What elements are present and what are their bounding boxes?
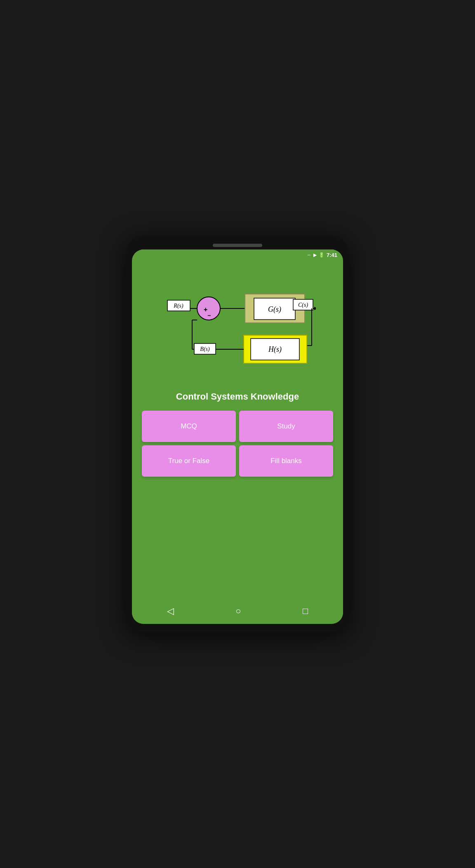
phone-frame: ↔ ▶ 🔋 7:41 R(s) + xyxy=(126,236,349,632)
battery-icon: 🔋 xyxy=(319,252,325,258)
true-or-false-button[interactable]: True or False xyxy=(142,445,236,477)
status-time: 7:41 xyxy=(327,252,337,258)
svg-text:+: + xyxy=(204,306,207,313)
signal-icon: ▶ xyxy=(313,252,317,258)
app-title: Control Systems Knowledge xyxy=(176,391,299,403)
data-transfer-icon: ↔ xyxy=(307,252,311,257)
status-bar: ↔ ▶ 🔋 7:41 xyxy=(132,249,343,259)
home-button[interactable]: ○ xyxy=(235,606,241,616)
phone-notch xyxy=(213,244,262,247)
fill-blanks-button[interactable]: Fill blanks xyxy=(239,445,333,477)
recent-button[interactable]: □ xyxy=(303,606,308,616)
status-icons: ↔ ▶ 🔋 7:41 xyxy=(307,252,337,258)
main-content: R(s) + − G(s) xyxy=(132,259,343,600)
mcq-button[interactable]: MCQ xyxy=(142,411,236,442)
svg-text:R(s): R(s) xyxy=(173,303,183,309)
study-button[interactable]: Study xyxy=(239,411,333,442)
svg-marker-14 xyxy=(314,307,316,310)
control-system-diagram: R(s) + − G(s) xyxy=(159,263,316,387)
diagram-area: R(s) + − G(s) xyxy=(140,263,335,387)
back-button[interactable]: ◁ xyxy=(167,606,174,616)
svg-text:B(s): B(s) xyxy=(200,346,210,353)
phone-screen: ↔ ▶ 🔋 7:41 R(s) + xyxy=(132,249,343,624)
svg-text:−: − xyxy=(207,312,211,319)
svg-text:H(s): H(s) xyxy=(268,345,282,354)
svg-text:G(s): G(s) xyxy=(268,305,281,314)
buttons-grid: MCQ Study True or False Fill blanks xyxy=(140,411,335,477)
svg-text:C(s): C(s) xyxy=(298,302,308,308)
nav-bar: ◁ ○ □ xyxy=(132,600,343,624)
